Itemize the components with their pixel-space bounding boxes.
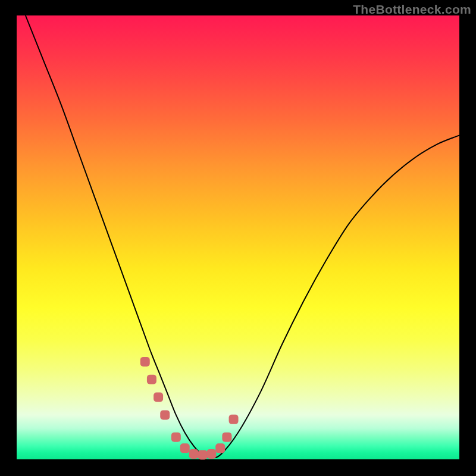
watermark: TheBottleneck.com xyxy=(353,2,471,17)
svg-rect-11 xyxy=(229,415,239,424)
svg-rect-0 xyxy=(140,357,150,367)
svg-rect-1 xyxy=(147,375,156,384)
curve-layer xyxy=(17,15,459,459)
svg-rect-2 xyxy=(154,393,163,402)
svg-rect-10 xyxy=(222,433,231,442)
svg-rect-3 xyxy=(160,410,170,419)
bottleneck-curve xyxy=(26,15,459,458)
svg-rect-5 xyxy=(180,443,190,453)
svg-rect-4 xyxy=(171,433,181,442)
svg-rect-8 xyxy=(206,449,216,459)
svg-rect-7 xyxy=(198,450,207,460)
svg-rect-6 xyxy=(189,449,199,459)
svg-rect-9 xyxy=(215,443,225,453)
curve-markers xyxy=(140,357,239,460)
plot-area xyxy=(17,15,459,459)
chart-frame: TheBottleneck.com xyxy=(0,0,476,476)
